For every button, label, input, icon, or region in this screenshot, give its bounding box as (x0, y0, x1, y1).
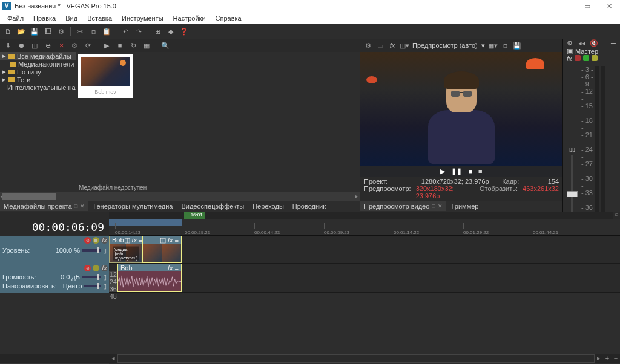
tree-scrollbar[interactable]: ◂ ▸ (0, 192, 360, 201)
event-fx-icon[interactable]: fx (168, 236, 173, 244)
zoom-out-icon[interactable]: − (612, 354, 620, 363)
prev-icon[interactable]: ◂◂ (578, 39, 586, 47)
scroll-right-icon[interactable]: ▸ (595, 354, 603, 363)
redo-icon[interactable]: ↷ (134, 27, 143, 36)
copy-icon[interactable]: ⧉ (89, 27, 97, 36)
video-clip[interactable]: Bob◫fx≡ (медиа файл недоступен) (109, 236, 142, 263)
tab-project-media[interactable]: Медиафайлы проекта□✕ (0, 201, 88, 211)
event-fx-icon[interactable]: fx (132, 236, 137, 244)
tab-video-preview[interactable]: Предпросмотр видео□✕ (360, 201, 446, 211)
event-pan-crop-icon[interactable]: ◫ (124, 236, 130, 244)
pan-slider[interactable] (84, 285, 101, 287)
tree-tags[interactable]: ▸Теги (0, 76, 76, 83)
menu-help[interactable]: Справка (211, 12, 246, 24)
timecode-display[interactable]: 00:00:06:09 (0, 219, 109, 236)
copy-frame-icon[interactable]: ⧉ (501, 41, 509, 50)
event-pan-crop-icon[interactable]: ◫ (160, 236, 166, 244)
play-icon[interactable]: ▶ (102, 41, 111, 50)
tree-media-drives[interactable]: Медианакопители (0, 60, 76, 68)
timeline-scrollbar[interactable]: ◂ ▸ + − (0, 354, 620, 363)
tree-all-media[interactable]: ▸Все медиафайлы (0, 52, 76, 60)
open-icon[interactable]: 📂 (17, 27, 25, 36)
video-clip[interactable]: ◫fx≡ (142, 236, 182, 263)
fx-slot-icon[interactable] (592, 55, 598, 61)
close-tab-icon[interactable]: ✕ (80, 203, 85, 209)
capture-icon[interactable]: ⏺ (17, 41, 25, 50)
event-fx-icon[interactable]: fx (168, 264, 173, 271)
composite-mode-icon[interactable]: ▯ (103, 247, 107, 255)
menu-settings[interactable]: Настройки (168, 12, 211, 24)
tab-explorer[interactable]: Проводник (289, 201, 329, 211)
undo-icon[interactable]: ↶ (121, 27, 130, 36)
view-icon[interactable]: ▦ (142, 41, 151, 50)
menu-view[interactable]: Вид (61, 12, 82, 24)
track-fx-icon[interactable]: fx (101, 237, 108, 244)
dropdown-icon[interactable]: ▾ (481, 42, 485, 50)
master-fx-icon[interactable]: fx (567, 55, 572, 62)
close-tab-icon[interactable]: ✕ (438, 203, 443, 209)
audio-track-header[interactable]: ≡2◂ ⊘ ! fx Громкость: 0.0 дБ ▯ Панорамир… (0, 264, 109, 293)
help-icon[interactable]: ❓ (180, 27, 188, 36)
video-track-header[interactable]: ≡1◂ ⊘ ▦ fx Уровень: 100.0 % ▯ (0, 236, 109, 264)
mute-icon[interactable]: ⊘ (84, 265, 91, 271)
tree-smart[interactable]: Интеллектуальные нак (0, 83, 76, 91)
mute-icon[interactable]: 🔇 (590, 39, 598, 47)
event-menu-icon[interactable]: ≡ (175, 236, 179, 244)
external-monitor-icon[interactable]: ▭ (376, 41, 384, 50)
cut-icon[interactable]: ✂ (76, 27, 84, 36)
video-track-lane[interactable]: Bob◫fx≡ (медиа файл недоступен) ◫fx≡ (109, 236, 620, 264)
master-settings-icon[interactable]: ⚙ (566, 39, 574, 47)
mixer-icon[interactable]: ☰ (609, 39, 618, 47)
fx-slot-icon[interactable] (575, 55, 581, 61)
marker-track[interactable]: 1 16:01 (109, 212, 613, 219)
audio-clip[interactable]: Bobfx≡ (117, 264, 182, 292)
close-media-icon[interactable]: ✕ (57, 41, 65, 50)
marker-flag[interactable]: 1 16:01 (184, 212, 205, 219)
bypass-fx-icon[interactable]: ⊘ (84, 237, 91, 244)
split-screen-icon[interactable]: ◫▾ (400, 41, 409, 50)
pin-icon[interactable]: □ (432, 203, 435, 209)
save-frame-icon[interactable]: 💾 (513, 41, 521, 50)
marker-icon[interactable]: ◆ (167, 27, 175, 36)
phase-icon[interactable]: ▯ (103, 273, 107, 281)
paste-icon[interactable]: 📋 (102, 27, 111, 36)
close-button[interactable]: ✕ (598, 0, 620, 12)
menu-icon[interactable]: ≡ (478, 167, 482, 175)
pin-icon[interactable]: □ (74, 203, 78, 209)
stop-icon[interactable]: ■ (116, 41, 124, 50)
preview-video[interactable]: ▶ ❚❚ ■ ≡ (360, 52, 562, 177)
tab-transitions[interactable]: Переходы (249, 201, 288, 211)
scroll-left-icon[interactable]: ◂ (109, 354, 117, 363)
media-item[interactable]: Bob.mov (78, 54, 133, 98)
menu-tools[interactable]: Инструменты (117, 12, 168, 24)
tree-by-type[interactable]: ▸По типу (0, 68, 76, 76)
output-icon[interactable]: ▣ (567, 47, 573, 55)
track-motion-icon[interactable]: ▦ (93, 237, 99, 244)
track-fx-icon[interactable]: fx (101, 265, 108, 271)
video-fx-icon[interactable]: fx (388, 41, 397, 50)
tab-trimmer[interactable]: Триммер (447, 201, 483, 211)
snap-icon[interactable]: ⊞ (153, 27, 162, 36)
fx-slot-icon[interactable] (583, 55, 589, 61)
new-project-icon[interactable]: 🗋 (4, 27, 12, 36)
level-slider[interactable] (82, 249, 101, 252)
media-properties-icon[interactable]: ⚙ (70, 41, 79, 50)
menu-edit[interactable]: Правка (28, 12, 61, 24)
save-icon[interactable]: 💾 (30, 27, 39, 36)
properties-icon[interactable]: ⚙ (57, 27, 65, 36)
timeline-empty-area[interactable] (0, 293, 620, 354)
zoom-in-icon[interactable]: + (603, 354, 612, 363)
tab-media-generators[interactable]: Генераторы мультимедиа (90, 201, 176, 211)
tab-video-fx[interactable]: Видеоспецэффекты (177, 201, 248, 211)
solo-icon[interactable]: ! (93, 265, 99, 271)
autoplay-icon[interactable]: ↻ (129, 41, 137, 50)
audio-track-lane[interactable]: 12243648 Bobfx≡ (109, 264, 620, 293)
maximize-button[interactable]: ▭ (576, 0, 598, 12)
maximize-timeline-icon[interactable]: ▱ (613, 212, 620, 218)
ruler[interactable]: 00:00:14:2300:00:29:2300:00:44:2300:00:5… (109, 219, 620, 236)
menu-insert[interactable]: Вставка (82, 12, 117, 24)
loop-region[interactable] (109, 219, 182, 226)
preview-settings-icon[interactable]: ⚙ (364, 41, 372, 50)
volume-slider[interactable] (82, 276, 101, 278)
preview-quality-dropdown[interactable]: Предпросмотр (авто) (412, 42, 478, 49)
